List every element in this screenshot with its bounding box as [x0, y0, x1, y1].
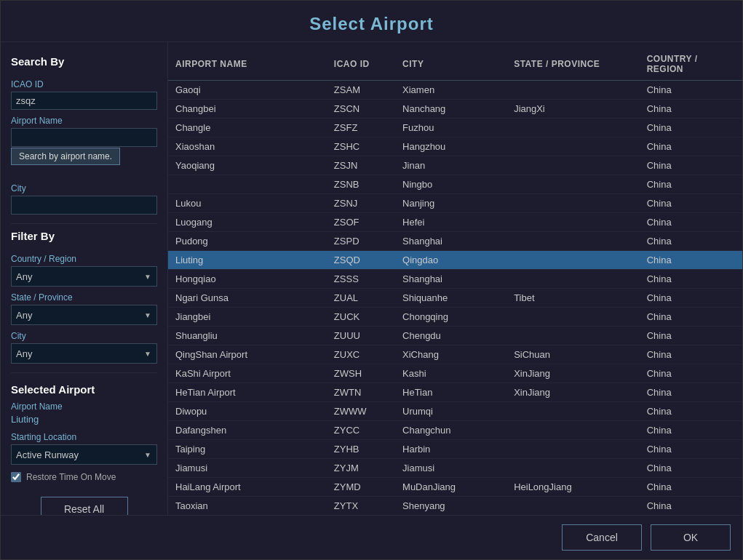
cell-airport_name: Ngari Gunsa — [168, 289, 327, 308]
cell-city: Jinan — [395, 156, 506, 175]
table-row[interactable]: ZSNBNingboChina — [168, 175, 742, 194]
cell-country_region: China — [640, 497, 742, 516]
bottom-bar: Cancel OK — [1, 515, 742, 559]
table-row[interactable]: HongqiaoZSSSShanghaiChina — [168, 270, 742, 289]
icao-id-label: ICAO ID — [11, 79, 157, 89]
cell-icao_id: ZSHC — [327, 137, 395, 156]
cell-state_province — [506, 421, 640, 440]
table-row[interactable]: HeTian AirportZWTNHeTianXinJiangChina — [168, 383, 742, 402]
cell-city: Shenyang — [395, 497, 506, 516]
cell-icao_id: ZSSS — [327, 270, 395, 289]
starting-location-select[interactable]: Active Runway — [11, 444, 157, 465]
cell-city: Fuzhou — [395, 119, 506, 137]
cancel-button[interactable]: Cancel — [562, 524, 642, 551]
icao-id-input[interactable] — [11, 92, 157, 110]
state-province-select[interactable]: Any — [11, 305, 157, 325]
table-row[interactable]: DafangshenZYCCChangchunChina — [168, 421, 742, 440]
table-row[interactable]: JiangbeiZUCKChongqingChina — [168, 308, 742, 327]
cell-country_region: China — [640, 137, 742, 156]
table-row[interactable]: Ngari GunsaZUALShiquanheTibetChina — [168, 289, 742, 308]
cell-airport_name: KaShi Airport — [168, 364, 327, 383]
table-row[interactable]: DiwopuZWWWUrumqiChina — [168, 402, 742, 421]
cell-airport_name: HeTian Airport — [168, 383, 327, 402]
cell-state_province — [506, 251, 640, 270]
cell-city: Shiquanhe — [395, 289, 506, 308]
cell-icao_id: ZWWW — [327, 402, 395, 421]
cell-airport_name: QingShan Airport — [168, 345, 327, 364]
cell-airport_name: Changle — [168, 119, 327, 137]
cell-state_province: Tibet — [506, 289, 640, 308]
divider-1 — [11, 223, 157, 224]
cell-state_province: XinJiang — [506, 383, 640, 402]
table-row[interactable]: ChangleZSFZFuzhouChina — [168, 119, 742, 137]
airport-name-input[interactable] — [11, 128, 157, 147]
table-row[interactable]: ChangbeiZSCNNanchangJiangXiChina — [168, 100, 742, 119]
col-country-region: COUNTRY / REGION — [640, 48, 742, 81]
city-search-label: City — [11, 183, 157, 193]
cell-city: Chengdu — [395, 327, 506, 345]
cell-state_province — [506, 175, 640, 194]
table-row[interactable]: LiutingZSQDQingdaoChina — [168, 251, 742, 270]
cell-icao_id: ZWTN — [327, 383, 395, 402]
col-state-province: STATE / PROVINCE — [506, 48, 640, 81]
table-row[interactable]: HaiLang AirportZYMDMuDanJiangHeiLongJian… — [168, 478, 742, 497]
city-search-input[interactable] — [11, 196, 157, 215]
window-title: Select Airport — [309, 14, 433, 33]
table-row[interactable]: LuogangZSOFHefeiChina — [168, 213, 742, 232]
cell-country_region: China — [640, 308, 742, 327]
table-row[interactable]: TaipingZYHBHarbinChina — [168, 440, 742, 459]
cell-icao_id: ZUAL — [327, 289, 395, 308]
restore-time-checkbox[interactable] — [11, 472, 21, 482]
cell-city: MuDanJiang — [395, 478, 506, 497]
cell-airport_name: Hongqiao — [168, 270, 327, 289]
table-row[interactable]: YaoqiangZSJNJinanChina — [168, 156, 742, 175]
cell-city: Shanghai — [395, 232, 506, 251]
cell-icao_id: ZYMD — [327, 478, 395, 497]
cell-state_province — [506, 459, 640, 478]
city-filter-wrapper: Any — [11, 343, 157, 364]
cell-country_region: China — [640, 175, 742, 194]
cell-country_region: China — [640, 100, 742, 119]
cell-state_province — [506, 308, 640, 327]
cell-state_province — [506, 440, 640, 459]
airport-table: AIRPORT NAME ICAO ID CITY STATE / PROVIN… — [168, 48, 742, 515]
table-row[interactable]: QingShan AirportZUXCXiChangSiChuanChina — [168, 345, 742, 364]
cell-country_region: China — [640, 383, 742, 402]
airport-table-container[interactable]: AIRPORT NAME ICAO ID CITY STATE / PROVIN… — [168, 48, 742, 515]
cell-city: Nanjing — [395, 194, 506, 213]
cell-country_region: China — [640, 402, 742, 421]
cell-country_region: China — [640, 459, 742, 478]
airport-table-body: GaoqiZSAMXiamenChinaChangbeiZSCNNanchang… — [168, 81, 742, 516]
table-row[interactable]: GaoqiZSAMXiamenChina — [168, 81, 742, 100]
left-panel: Search By ICAO ID Airport Name Search by… — [1, 42, 168, 515]
table-row[interactable]: XiaoshanZSHCHangzhouChina — [168, 137, 742, 156]
cell-state_province — [506, 213, 640, 232]
table-row[interactable]: PudongZSPDShanghaiChina — [168, 232, 742, 251]
cell-country_region: China — [640, 213, 742, 232]
airport-name-label: Airport Name — [11, 116, 157, 126]
ok-button[interactable]: OK — [651, 524, 731, 551]
reset-all-button[interactable]: Reset All — [41, 497, 128, 515]
cell-airport_name: Jiangbei — [168, 308, 327, 327]
filter-by-title: Filter By — [11, 230, 157, 242]
cell-state_province — [506, 119, 640, 137]
table-row[interactable]: JiamusiZYJMJiamusiChina — [168, 459, 742, 478]
table-row[interactable]: TaoxianZYTXShenyangChina — [168, 497, 742, 516]
cell-city: Kashi — [395, 364, 506, 383]
col-airport-name: AIRPORT NAME — [168, 48, 327, 81]
cell-country_region: China — [640, 364, 742, 383]
cell-city: Ningbo — [395, 175, 506, 194]
cell-city: Hefei — [395, 213, 506, 232]
country-region-select[interactable]: Any — [11, 266, 157, 287]
cell-country_region: China — [640, 270, 742, 289]
table-row[interactable]: LukouZSNJNanjingChina — [168, 194, 742, 213]
cell-city: Hangzhou — [395, 137, 506, 156]
cell-icao_id: ZSNB — [327, 175, 395, 194]
cell-state_province — [506, 81, 640, 100]
table-row[interactable]: ShuangliuZUUUChengduChina — [168, 327, 742, 345]
right-panel: AIRPORT NAME ICAO ID CITY STATE / PROVIN… — [168, 42, 742, 515]
cell-country_region: China — [640, 289, 742, 308]
table-row[interactable]: KaShi AirportZWSHKashiXinJiangChina — [168, 364, 742, 383]
cell-icao_id: ZUCK — [327, 308, 395, 327]
city-filter-select[interactable]: Any — [11, 343, 157, 364]
